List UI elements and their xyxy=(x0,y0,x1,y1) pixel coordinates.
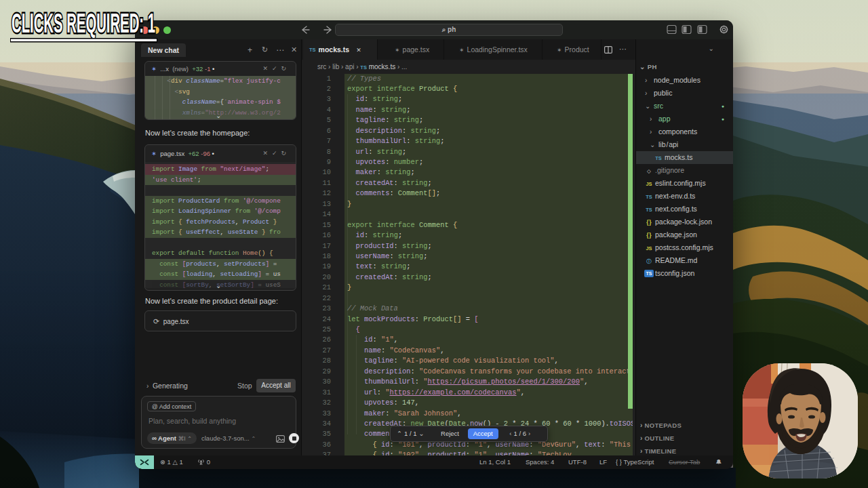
svg-text:CLICKS REQUIRED: 1: CLICKS REQUIRED: 1 xyxy=(12,8,155,39)
